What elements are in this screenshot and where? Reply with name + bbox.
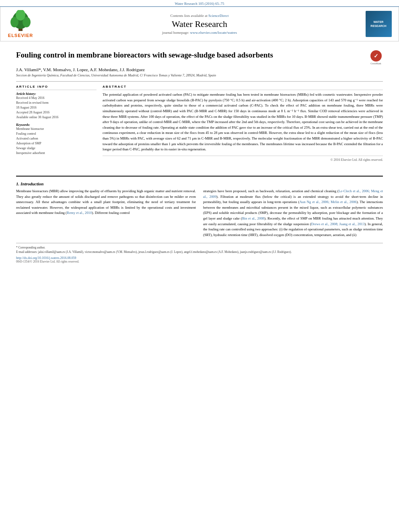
elsevier-tree-icon: [6, 10, 35, 32]
article-available: Available online 30 August 2016: [16, 115, 97, 120]
elsevier-logo-area: ELSEVIER: [4, 10, 37, 38]
article-received: Received 4 May 2016: [16, 96, 97, 101]
journal-citation-text: Water Research 105 (2016) 65–75: [175, 2, 224, 6]
journal-header: ELSEVIER Contents lists available at Sci…: [0, 7, 399, 41]
water-research-badge-area: WATER RESEARCH: [362, 11, 395, 37]
email-addresses: jalui.villamil@uam.es (J.A. Villamil), v…: [38, 250, 292, 254]
journal-center-info: Contents lists available at ScienceDirec…: [37, 14, 362, 35]
journal-citation-bar: Water Research 105 (2016) 65–75: [0, 0, 399, 7]
article-affiliation: Seccion de Ingeniería Química, Facultad …: [16, 73, 383, 77]
article-history-label: Article history:: [16, 92, 97, 96]
abstract-text: The potential application of powdered ac…: [103, 92, 383, 152]
sciencedirect-link[interactable]: ScienceDirect: [208, 14, 228, 18]
intro-right-text: strategies have been proposed, such as b…: [203, 189, 383, 238]
crossmark-icon: ✓: [370, 50, 382, 62]
keyword-inexpensive-adsorbent: Inexpensive adsorbent: [16, 151, 97, 156]
article-title-section: Fouling control in membrane bioreactors …: [16, 46, 383, 65]
intro-left-text: Membrane bioreactors (MBR) allow improvi…: [16, 189, 196, 216]
article-accepted: Accepted 28 August 2016: [16, 110, 97, 115]
copyright-line: © 2016 Elsevier Ltd. All rights reserved…: [103, 156, 383, 162]
doi-line[interactable]: http://dx.doi.org/10.1016/j.watres.2016.…: [16, 256, 383, 260]
ref-drews-2008[interactable]: Drews et al., 2008; Juang et al., 2013: [311, 222, 364, 226]
article-info-header: Article Info: [16, 85, 97, 90]
homepage-line: journal homepage: www.elsevier.com/locat…: [37, 31, 362, 35]
introduction-section: 1. Introduction Membrane bioreactors (MB…: [0, 177, 399, 268]
article-revised-label: Received in revised form: [16, 101, 97, 105]
article-revised-date: 18 August 2016: [16, 105, 97, 110]
water-research-badge: WATER RESEARCH: [366, 11, 392, 37]
article-history-block: Article history: Received 4 May 2016 Rec…: [16, 92, 97, 120]
footnote-area: * Corresponding author. E-mail addresses…: [16, 243, 383, 264]
article-title: Fouling control in membrane bioreactors …: [16, 50, 365, 60]
keyword-activated-carbon: Activated carbon: [16, 136, 97, 141]
corresponding-author-note: * Corresponding author.: [16, 245, 383, 250]
crossmark-label: CrossMark: [370, 62, 381, 65]
ref-remy-2010[interactable]: Remy et al., 2010: [67, 211, 92, 215]
keyword-sewage-sludge: Sewage sludge: [16, 146, 97, 151]
introduction-body: Membrane bioreactors (MBR) allow improvi…: [16, 189, 383, 238]
keywords-block: Keywords: Membrane bioreactor Fouling co…: [16, 123, 97, 156]
keyword-adsorption: Adsorption of SMP: [16, 141, 97, 146]
email-label: E-mail addresses:: [16, 250, 37, 254]
elsevier-brand-label: ELSEVIER: [8, 33, 33, 38]
intro-left-col: Membrane bioreactors (MBR) allow improvi…: [16, 189, 196, 238]
article-authors: J.A. Villamil*, V.M. Monsalvo, J. Lopez,…: [16, 67, 383, 72]
crossmark-area: ✓ CrossMark: [369, 50, 383, 65]
intro-right-col: strategies have been proposed, such as b…: [203, 189, 383, 238]
keywords-label: Keywords:: [16, 123, 97, 127]
homepage-link[interactable]: www.elsevier.com/locate/watres: [190, 31, 237, 35]
issn-line: 0043-1354/© 2016 Elsevier Ltd. All right…: [16, 260, 383, 263]
ref-aun-ng-2006[interactable]: Aun Ng et al., 2006; Melin et al., 2006: [299, 200, 356, 204]
ref-bin-2008[interactable]: Bin et al., 2008: [242, 216, 265, 220]
article-info-abstract: Article Info Article history: Received 4…: [16, 81, 383, 162]
abstract-column: Abstract The potential application of po…: [103, 85, 383, 162]
journal-title: Water Research: [37, 19, 362, 29]
sciencedirect-line: Contents lists available at ScienceDirec…: [37, 14, 362, 18]
keyword-fouling-control: Fouling control: [16, 131, 97, 136]
email-footnote: E-mail addresses: jalui.villamil@uam.es …: [16, 250, 383, 254]
keyword-membrane-bioreactor: Membrane bioreactor: [16, 127, 97, 131]
article-container: Fouling control in membrane bioreactors …: [0, 41, 399, 170]
article-info-column: Article Info Article history: Received 4…: [16, 85, 97, 162]
introduction-heading: 1. Introduction: [16, 181, 383, 186]
ref-le-clech-2006[interactable]: Le-Clech et al., 2006; Meng et al., 2009: [203, 189, 383, 199]
abstract-header: Abstract: [103, 85, 383, 90]
